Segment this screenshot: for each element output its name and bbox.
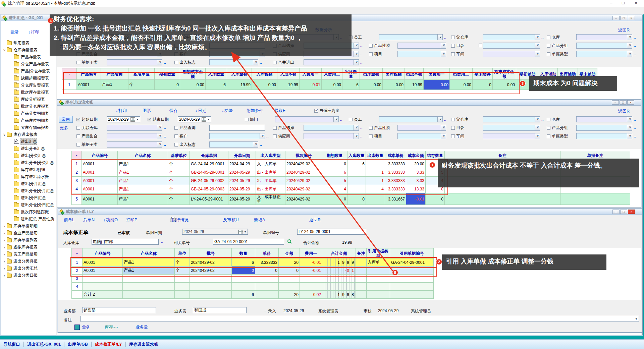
table-cell[interactable]: 20 [279,258,300,267]
column-header[interactable]: 产品编号 [82,151,118,160]
table-cell[interactable]: A0001 [82,185,118,193]
lookup-dots[interactable]: .. [164,60,166,65]
table-cell[interactable]: 产品1 [118,177,168,185]
table-cell[interactable]: 个 [175,258,190,267]
table-cell[interactable]: 0 [155,80,180,90]
table-cell[interactable] [190,283,232,291]
doc-no-input[interactable]: LY-24-05-29-0001 [297,229,366,235]
tree-item[interactable]: 进出|分月汇总 [1,180,56,187]
table-cell[interactable]: A0001 [82,177,118,185]
table-cell[interactable]: 5 [322,177,347,185]
toolbar-date[interactable]: ↓日期 [195,108,206,114]
print-link[interactable]: 打印P [126,217,137,223]
supplier-checkbox[interactable]: 供应商 [273,133,290,139]
column-header[interactable]: 入库数量 [347,151,366,160]
doc-type-dropdown[interactable] [576,51,632,57]
table-cell[interactable]: A0001 [82,168,118,177]
column-header[interactable]: 备注 [356,248,367,258]
table-cell[interactable]: 0 [232,267,255,275]
close-icon[interactable]: × [627,100,634,105]
table-row[interactable]: 合计 2620-0.021 9 9 8 [72,291,434,299]
table-cell[interactable] [175,291,190,299]
lookup-dots[interactable]: .. [260,142,262,147]
product-query-input[interactable] [209,125,265,131]
table-cell[interactable]: 6 [342,80,360,90]
parent-warehouse-checkbox[interactable]: 父仓库 [451,34,468,41]
table-cell[interactable] [356,283,367,291]
report-back-link[interactable]: 返回R [618,27,630,33]
lookup-dots[interactable]: .. [634,35,636,40]
product-group-dropdown[interactable] [576,125,632,131]
chevron-icon[interactable] [2,266,7,271]
product-nature-dropdown[interactable] [397,43,446,49]
dept-checkbox[interactable]: 部门 [245,116,258,123]
table-cell[interactable]: 1 [366,168,385,177]
tree-item[interactable]: 企业产品借用 [1,230,56,237]
column-header[interactable]: 引用单据编号 [390,248,434,258]
catalog-link[interactable]: 目录 [10,30,18,35]
lookup-dots[interactable]: .. [360,43,363,48]
linked-warehouse-checkbox[interactable]: 关联仓库 [76,124,98,131]
table-cell[interactable]: 个 [128,80,155,90]
lookup-dots[interactable]: .. [266,134,269,138]
memo-input[interactable]: ▼ [80,316,639,322]
close-icon[interactable]: × [628,16,635,20]
lookup-dots[interactable]: .. [634,43,636,48]
product-set-dropdown[interactable] [107,133,162,139]
lookup-dots[interactable]: .. [444,117,446,122]
fit-height-checkbox[interactable]: 自适应高度 [314,107,339,114]
table-cell[interactable]: LY-24-05-29-0001 [190,193,228,205]
tree-item[interactable]: 库龄分析报表 [1,96,56,103]
doc-type-checkbox[interactable]: 单据类型 [547,133,568,139]
table-cell[interactable] [347,168,366,177]
table-cell[interactable]: 20 [279,291,300,299]
table-cell[interactable] [347,185,366,193]
customer-checkbox[interactable]: 客户 [174,133,187,139]
table-cell[interactable]: A0001 [82,160,118,168]
table-cell[interactable]: 个 [168,193,190,205]
table-cell[interactable] [366,160,385,168]
parent-warehouse-dropdown[interactable] [483,34,540,40]
ref-doc-input[interactable]: GA-24-04-29-0001 [213,239,284,245]
table-cell[interactable]: 3.331667 [385,193,406,205]
table-cell[interactable]: 入库单 [367,258,390,267]
restore-icon[interactable]: □ [620,16,627,20]
table-cell[interactable]: 3 [72,275,83,283]
table-cell[interactable]: 20240429-02 [285,160,322,168]
customer-dropdown[interactable] [209,133,265,139]
table-cell[interactable]: 0.00 [383,80,405,90]
product-nature-checkbox[interactable]: 产品性质 [369,124,390,131]
table-cell[interactable]: GA-24-04-29-0001 [190,160,228,168]
column-header[interactable]: 出费用二 [450,68,473,80]
minimize-icon[interactable]: – [606,0,616,6]
table-cell[interactable]: 1 9 9 9 [322,258,356,267]
tree-item[interactable]: 虚拟库存报表 [1,244,56,251]
minimize-icon[interactable]: – [612,100,619,105]
table-cell[interactable]: 19.99 [277,80,300,90]
more-filters-link[interactable]: 更多 [60,125,68,131]
table-cell[interactable]: 0.00 [493,80,516,90]
tree-item[interactable]: 进出|分类汇总 [1,152,56,159]
project-dropdown[interactable] [397,51,446,57]
tree-item[interactable]: 进出分仓|分月汇总 [1,187,56,194]
table-cell[interactable]: 0.00 [424,80,450,90]
doc-subclass-dropdown[interactable] [107,59,162,65]
table-cell[interactable]: 产品1 [118,185,168,193]
lookup-dots[interactable]: .. [444,35,446,40]
tree-item[interactable]: 进出分类日报 [1,272,56,279]
product-query-checkbox[interactable]: 产品查询 [174,124,196,131]
lookup-dots[interactable]: .. [360,125,363,130]
column-header[interactable]: 出库数量 [342,68,360,80]
column-header[interactable]: 期末成本金额 [493,68,516,80]
warehouse-dropdown[interactable] [576,34,632,40]
table-cell[interactable] [356,267,367,275]
table-cell[interactable]: 产品1 [123,267,175,275]
statusbar-task-outbound[interactable]: 出库单/GB [64,342,92,347]
table-cell[interactable]: 个 [168,177,190,185]
table-cell[interactable] [175,275,190,283]
table-row[interactable]: 1A0001产品1个00.00619.990.0019.99-0.010.006… [62,80,597,90]
column-header[interactable]: 合计金额 [322,248,356,258]
table-cell[interactable] [390,291,434,299]
dept-dropdown[interactable] [275,116,339,122]
table-cell[interactable]: GA-24-04-29-0001 [390,258,434,267]
